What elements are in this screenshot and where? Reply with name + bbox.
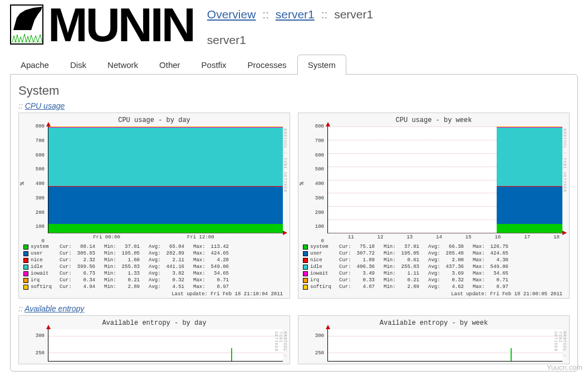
legend-swatch <box>23 285 28 290</box>
x-tick-label: 12 <box>378 235 384 240</box>
breadcrumb-group[interactable]: server1 <box>276 8 315 21</box>
stat-label: Max: <box>193 270 209 277</box>
stat-value: 424.65 <box>488 250 517 257</box>
x-tick-label: 17 <box>524 235 530 240</box>
page-title: server1 <box>207 33 373 47</box>
stat-value: 0.33 <box>355 277 384 284</box>
stat-value: 0.21 <box>120 277 149 284</box>
tab-other[interactable]: Other <box>149 55 191 75</box>
stat-value: 195.05 <box>399 250 428 257</box>
chart-title: CPU usage - by day <box>21 115 287 125</box>
stat-value: 8.97 <box>488 284 517 290</box>
legend-swatch <box>303 265 308 270</box>
stat-value: 4.30 <box>488 257 517 263</box>
stat-value: 65.04 <box>164 243 193 250</box>
stat-value: 3.82 <box>164 270 193 277</box>
legend-row: systemCur:75.18Min:37.01Avg:66.38Max:126… <box>303 243 565 250</box>
breadcrumb-overview[interactable]: Overview <box>207 8 256 21</box>
legend-name: nice <box>31 257 60 263</box>
legend-name: iowait <box>310 270 339 277</box>
stat-value: 66.38 <box>444 243 473 250</box>
stat-value: 4.28 <box>209 257 238 263</box>
y-tick-label: 300 <box>308 196 324 201</box>
x-tick-label: 18 <box>553 235 560 240</box>
chart-series-fill <box>497 186 562 224</box>
tab-processes[interactable]: Processes <box>237 55 297 75</box>
rrdtool-credit: RRDTOOL / TOBI OETIKER <box>274 331 287 362</box>
y-tick-label: 0 <box>29 238 45 244</box>
stat-value: 4.62 <box>444 284 473 290</box>
tab-system[interactable]: System <box>297 55 346 75</box>
stat-label: Cur: <box>339 284 355 290</box>
chart-title: Available entropy - by week <box>301 318 567 328</box>
tab-network[interactable]: Network <box>97 55 149 75</box>
chart-series-fill <box>48 224 283 233</box>
y-tick-label: 600 <box>308 153 324 158</box>
stat-label: Min: <box>104 250 120 257</box>
chart-series-fill <box>497 224 562 233</box>
legend-row: softirqCur:4.94Min:2.89Avg:4.51Max:8.97 <box>23 284 285 290</box>
stat-label: Cur: <box>60 250 75 257</box>
breadcrumb-node: server1 <box>334 8 373 21</box>
entropy-link[interactable]: Available entropy <box>24 304 84 313</box>
stat-label: Max: <box>193 250 209 257</box>
legend-swatch <box>23 278 28 283</box>
legend-name: softirq <box>31 284 60 290</box>
stat-label: Max: <box>193 277 209 284</box>
stat-label: Min: <box>104 270 120 277</box>
stat-value: 75.18 <box>355 243 384 250</box>
stat-value: 0.32 <box>444 277 473 284</box>
stat-label: Cur: <box>60 277 75 284</box>
stat-value: 0.71 <box>209 277 238 284</box>
stat-value: 285.48 <box>444 250 473 257</box>
chart-box[interactable]: CPU usage - by week%01002003004005006007… <box>298 113 570 299</box>
y-tick-label: 200 <box>308 210 324 216</box>
stat-label: Min: <box>104 243 120 250</box>
stat-value: 307.72 <box>355 250 384 257</box>
y-tick-label: 250 <box>308 350 324 356</box>
legend-name: idle <box>310 263 339 270</box>
stat-value: 0.21 <box>399 277 428 284</box>
stat-label: Min: <box>384 284 399 290</box>
stat-label: Min: <box>104 257 120 263</box>
y-tick-label: 0 <box>308 238 324 244</box>
legend-row: niceCur:2.32Min:1.60Avg:2.11Max:4.28 <box>23 257 285 263</box>
legend-row: iowaitCur:3.49Min:1.11Avg:3.69Max:34.65 <box>303 270 565 277</box>
legend-swatch <box>303 278 308 283</box>
stat-value: 2.11 <box>164 257 193 263</box>
cpu-chart-row: CPU usage - by day%010020030040050060070… <box>18 113 570 299</box>
chart-box[interactable]: CPU usage - by day%010020030040050060070… <box>18 113 290 299</box>
y-tick-label: 250 <box>29 350 45 356</box>
stat-value: 282.89 <box>164 250 193 257</box>
cpu-usage-link[interactable]: CPU usage <box>25 101 65 110</box>
category-tabs: ApacheDiskNetworkOtherPostfixProcessesSy… <box>0 49 588 75</box>
legend-name: idle <box>31 263 60 270</box>
stat-label: Max: <box>193 257 209 263</box>
chart-series-fill <box>497 126 562 127</box>
chart-box[interactable]: Available entropy - by week250300RRDTOOL… <box>298 315 570 364</box>
legend-name: softirq <box>310 284 339 290</box>
stat-label: Avg: <box>149 257 164 263</box>
x-tick-label: 14 <box>436 235 442 240</box>
stat-label: Avg: <box>149 270 164 277</box>
stat-value: 3.49 <box>355 270 384 277</box>
legend-name: iowait <box>31 270 60 277</box>
stat-value: 4.87 <box>355 284 384 290</box>
stat-value: 305.83 <box>75 250 104 257</box>
legend-name: irq <box>310 277 339 284</box>
last-update: Last update: Fri Feb 18 21:10:04 2011 <box>23 290 285 297</box>
legend-row: irqCur:0.34Min:0.21Avg:0.32Max:0.71 <box>23 277 285 284</box>
stat-value: 195.05 <box>120 250 149 257</box>
logo[interactable]: MUNIN <box>10 4 194 45</box>
tab-apache[interactable]: Apache <box>10 55 60 75</box>
legend-swatch <box>23 271 28 276</box>
stat-value: 255.83 <box>399 263 428 270</box>
stat-label: Cur: <box>339 270 355 277</box>
tab-disk[interactable]: Disk <box>60 55 97 75</box>
entropy-heading: :: Available entropy <box>18 304 570 313</box>
stat-value: 255.83 <box>120 263 149 270</box>
content-panel: System :: CPU usage CPU usage - by day%0… <box>10 74 578 372</box>
stat-value: 0.32 <box>164 277 193 284</box>
chart-box[interactable]: Available entropy - by day250300RRDTOOL … <box>18 315 290 364</box>
tab-postfix[interactable]: Postfix <box>191 55 237 75</box>
